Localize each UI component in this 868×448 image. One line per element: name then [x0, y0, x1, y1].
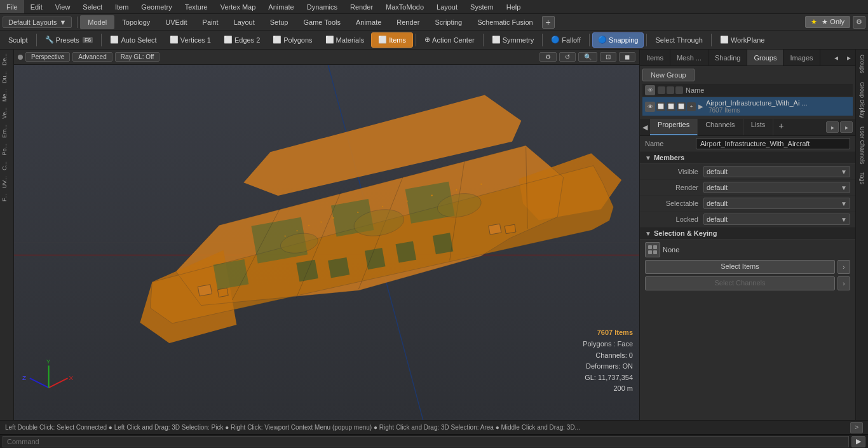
command-input[interactable]	[3, 436, 849, 447]
locked-select[interactable]: default ▼	[703, 214, 850, 225]
settings-btn[interactable]: ⚙	[853, 16, 865, 29]
panel-collapse-btn[interactable]: ◂	[830, 51, 843, 64]
prop-action2[interactable]: ▸	[840, 121, 853, 133]
tab-model[interactable]: Model	[80, 15, 114, 29]
prop-tab-channels[interactable]: Channels	[698, 119, 743, 135]
menu-animate[interactable]: Animate	[262, 0, 300, 13]
menu-layout[interactable]: Layout	[430, 0, 464, 13]
prop-panel-icon[interactable]: ◀	[640, 119, 650, 135]
viewport-icon5[interactable]: ◼	[619, 52, 635, 62]
vtab-group-display[interactable]: Group Display	[858, 78, 866, 122]
menu-item[interactable]: Item	[109, 0, 135, 13]
vtab-user-channels[interactable]: User Channels	[858, 123, 866, 168]
tab-topology[interactable]: Topology	[114, 15, 158, 29]
viewport-icon4[interactable]: ⊡	[600, 52, 616, 62]
tab-images[interactable]: Images	[783, 50, 820, 65]
action-center-btn[interactable]: ⊕ Action Center	[419, 32, 480, 48]
tab-items[interactable]: Items	[640, 50, 670, 65]
left-tool-me[interactable]: Me...	[1, 86, 13, 104]
menu-texture[interactable]: Texture	[179, 0, 214, 13]
render-select[interactable]: default ▼	[703, 182, 850, 193]
left-tool-po[interactable]: Po...	[1, 141, 13, 158]
name-input[interactable]	[696, 138, 850, 149]
tab-shading[interactable]: Shading	[709, 50, 747, 65]
materials-btn[interactable]: ⬜ Materials	[320, 32, 370, 48]
vtab-groups[interactable]: Groups	[858, 51, 866, 78]
menu-system[interactable]: System	[464, 0, 500, 13]
menu-geometry[interactable]: Geometry	[135, 0, 178, 13]
viewport-dot[interactable]	[18, 55, 23, 60]
keying-section-header[interactable]: ▼ Selection & Keying	[640, 227, 855, 240]
tab-uvedit[interactable]: UVEdit	[158, 15, 194, 29]
menu-render[interactable]: Render	[344, 0, 379, 13]
viewport-canvas[interactable]: X Z Y 7607 Items Polygons : Face Channel…	[14, 65, 639, 420]
workplane-btn[interactable]: ⬜ WorkPlane	[714, 32, 771, 48]
left-tool-ve[interactable]: Ve...	[1, 105, 13, 121]
viewport-settings-btn[interactable]: ⚙	[539, 52, 557, 62]
tab-mesh[interactable]: Mesh ...	[670, 50, 709, 65]
ray-btn[interactable]: Ray GL: Off	[115, 52, 160, 62]
tab-setup[interactable]: Setup	[262, 15, 296, 29]
viewport[interactable]: Perspective Advanced Ray GL: Off ⚙ ↺ 🔍 ⊡…	[14, 50, 639, 420]
menu-view[interactable]: View	[49, 0, 77, 13]
tab-scripting[interactable]: Scripting	[427, 15, 470, 29]
left-tool-uv[interactable]: UV...	[1, 173, 13, 191]
prop-action1[interactable]: ▸	[826, 121, 839, 133]
vertices-btn[interactable]: ⬜ Vertices 1	[164, 32, 217, 48]
viewport-icon3[interactable]: 🔍	[578, 52, 597, 62]
left-tool-du[interactable]: Du...	[1, 69, 13, 86]
menu-file[interactable]: File	[0, 0, 24, 13]
camera-btn[interactable]: Perspective	[25, 52, 70, 62]
prop-tab-properties[interactable]: Properties	[650, 119, 698, 135]
tab-groups[interactable]: Groups	[747, 50, 783, 65]
auto-select-btn[interactable]: ⬜ Auto Select	[104, 32, 162, 48]
tab-paint[interactable]: Paint	[195, 15, 226, 29]
left-tool-de[interactable]: De...	[1, 51, 13, 68]
keying-forward-btn[interactable]: ›	[837, 260, 850, 274]
keying-channels-arrow-btn[interactable]: ›	[837, 276, 850, 290]
edges-btn[interactable]: ⬜ Edges 2	[218, 32, 266, 48]
visible-select[interactable]: default ▼	[703, 166, 850, 177]
prop-tab-lists[interactable]: Lists	[743, 119, 774, 135]
cmd-submit-btn[interactable]: ▶	[851, 436, 865, 447]
header-icon3	[675, 86, 683, 94]
vtab-tags[interactable]: Tags	[858, 168, 866, 188]
viewport-icon2[interactable]: ↺	[559, 52, 576, 62]
add-layout-btn[interactable]: +	[542, 16, 555, 29]
falloff-btn[interactable]: 🔵 Falloff	[545, 32, 587, 48]
polygons-btn[interactable]: ⬜ Polygons	[267, 32, 318, 48]
mode-btn[interactable]: Advanced	[72, 52, 112, 62]
menu-select[interactable]: Select	[76, 0, 109, 13]
new-group-btn[interactable]: New Group	[642, 69, 695, 81]
layout-dropdown[interactable]: Default Layouts ▼	[3, 17, 72, 28]
left-tool-em[interactable]: Em...	[1, 122, 13, 140]
snapping-btn[interactable]: 🔵 Snapping	[592, 32, 644, 48]
select-channels-btn[interactable]: Select Channels	[645, 276, 835, 290]
symmetry-btn[interactable]: ⬜ Symmetry	[486, 32, 540, 48]
menu-edit[interactable]: Edit	[24, 0, 49, 13]
only-btn[interactable]: ★ ★ Only	[805, 16, 850, 28]
items-btn[interactable]: ⬜ Items	[371, 32, 413, 48]
group-item[interactable]: 👁 ⬜ ⬜ ⬜ + ▶ Airport_Infrastructure_With_…	[642, 97, 853, 116]
tab-animate[interactable]: Animate	[348, 15, 389, 29]
members-section-header[interactable]: ▼ Members	[640, 152, 855, 164]
left-tool-f[interactable]: F...	[1, 191, 13, 204]
menu-help[interactable]: Help	[500, 0, 527, 13]
menu-vertex-map[interactable]: Vertex Map	[214, 0, 262, 13]
sculpt-btn[interactable]: Sculpt	[3, 32, 34, 48]
panel-expand-btn[interactable]: ▸	[843, 51, 855, 64]
presets-btn[interactable]: 🔧 Presets F6	[39, 32, 99, 48]
select-through-btn[interactable]: Select Through	[649, 32, 708, 48]
group-eye-icon[interactable]: 👁	[645, 102, 655, 112]
menu-dynamics[interactable]: Dynamics	[301, 0, 344, 13]
tab-render[interactable]: Render	[389, 15, 427, 29]
status-arrow-btn[interactable]: >	[850, 422, 863, 433]
select-items-btn[interactable]: Select Items	[645, 260, 835, 274]
tab-layout[interactable]: Layout	[226, 15, 262, 29]
tab-schematic-fusion[interactable]: Schematic Fusion	[470, 15, 540, 29]
selectable-select[interactable]: default ▼	[703, 198, 850, 209]
prop-tab-plus[interactable]: +	[773, 119, 789, 135]
menu-maxtomodo[interactable]: MaxToModo	[379, 0, 430, 13]
left-tool-c[interactable]: C...	[1, 159, 13, 173]
tab-game-tools[interactable]: Game Tools	[295, 15, 348, 29]
